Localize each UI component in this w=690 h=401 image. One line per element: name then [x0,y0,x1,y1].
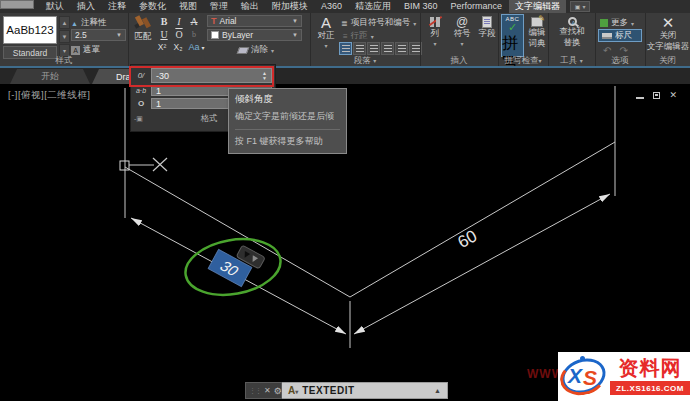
bold-button[interactable]: B [157,15,171,27]
style-gallery-up-icon[interactable]: ▲ [59,16,70,29]
justify-label: 对正 [318,31,335,41]
watermark-logo: X S 资料网 ZL.XS1616.COM [558,352,690,401]
minimize-icon[interactable] [636,97,644,99]
width-factor-value: 1 [156,99,161,109]
close-icon[interactable]: ✕ [669,91,677,100]
italic-button[interactable]: I [172,15,186,27]
symbol-label: 符号 [454,29,471,39]
tools-group-label[interactable]: 工具 ▾ [548,54,595,66]
color-combo[interactable]: ByLayer ▼ [207,29,302,41]
ruler-toggle-button[interactable]: 标尺 [598,29,642,42]
columns-label: 列 [431,29,440,39]
clear-formatting-button[interactable]: 清除 ▾ [238,44,274,56]
object-line-right [350,142,615,297]
command-dock-controls: ⋮⋮ ✕ ⚙ [245,382,282,399]
ribbon-tab-parametric[interactable]: 参数化 [133,0,172,13]
text-height-combo[interactable]: 2.5 ▼ [71,29,126,41]
ribbon-tab-bim360[interactable]: BIM 360 [398,0,444,13]
paragraph-group-label[interactable]: 段落 ▾ [310,54,420,66]
stack-button[interactable]: b [187,28,201,40]
ribbon-tab-view[interactable]: 视图 [173,0,203,13]
chevron-down-icon: ▾ [324,42,327,49]
dimension-text-60[interactable]: 60 [455,226,481,252]
underline-button[interactable]: U [157,28,171,40]
align-distribute-icon [398,45,406,52]
contextual-panel-icon[interactable]: ▣▾ [570,1,590,12]
window-chrome-fragment [0,0,34,9]
brush-icon [134,15,152,31]
font-combo[interactable]: T Arial ▼ [207,15,302,27]
pin-icon[interactable]: -▣ [134,115,146,123]
ribbon-tab-manage[interactable]: 管理 [204,0,234,13]
align-right-icon [370,45,378,52]
columns-button[interactable]: 列 ▾ [424,16,446,47]
style-gallery-down-icon[interactable]: ▼ [59,30,70,43]
find-replace-button[interactable]: A 查找和 替换 [553,17,591,48]
chevron-down-icon: ▾ [371,33,374,40]
chevron-down-icon: ▾ [460,40,463,47]
line-spacing-button[interactable]: ≡ 行距 ▾ [343,30,374,42]
customize-gear-icon[interactable]: ⚙ [274,386,282,396]
oblique-angle-value: -30 [156,71,169,81]
ribbon-tab-a360[interactable]: A360 [315,0,348,13]
at-symbol-icon: @ [456,16,468,28]
color-name: ByLayer [222,30,253,40]
restore-icon[interactable] [653,92,660,99]
ribbon-tab-home[interactable]: 默认 [40,0,70,13]
subscript-button[interactable]: X₂ [171,41,185,53]
edit-dictionaries-button[interactable]: 编辑 词典 [527,17,547,49]
close-text-editor-button[interactable]: ✕ 关闭 文字编辑器 [648,15,688,52]
command-input-area[interactable]: A▾ TEXTEDIT ▲ [282,382,448,399]
expand-history-icon[interactable]: ▲ [434,387,441,394]
bullets-numbering-button[interactable]: ≣ 项目符号和编号 ▾ [341,17,416,29]
ruler-label: 标尺 [615,30,632,42]
ribbon-tab-featured-apps[interactable]: 精选应用 [349,0,397,13]
ribbon-tab-insert[interactable]: 插入 [71,0,101,13]
ribbon-tab-text-editor[interactable]: 文字编辑器 [509,0,566,13]
viewport-controls-label[interactable]: [-][俯视][二维线框] [8,89,91,102]
dict-label-2: 词典 [529,39,546,49]
spell-group-label[interactable]: 拼写检查▾ [498,54,548,66]
watermark-url: ZL.XS1616.COM [610,381,690,395]
find-label-2: 替换 [564,38,581,48]
active-command-text: TEXTEDIT [302,385,354,396]
grip-dots-icon[interactable]: ⋮⋮ [249,387,261,395]
strikethrough-button[interactable]: A [187,15,201,27]
case-chevron-icon[interactable]: ▾ [199,41,207,53]
tracking-value: 1 [156,86,161,96]
oblique-angle-input[interactable]: -30 ▲▼ [151,68,272,83]
spell-check-button[interactable]: ABC ✓ 拼写 检查 [501,14,524,57]
clear-label: 清除 [251,44,268,56]
more-button[interactable]: 更多 ▾ [600,17,634,29]
close-label-2: 文字编辑器 [647,42,690,52]
annotative-toggle[interactable]: ▲ 注释性 [71,17,106,29]
ribbon-tab-performance[interactable]: Performance [445,0,509,13]
justify-button[interactable]: A 对正 ▾ [313,15,339,49]
chevron-down-icon: ▼ [116,32,122,38]
dictionary-icon [531,17,543,27]
ribbon-tab-output[interactable]: 输出 [235,0,265,13]
match-properties-button[interactable]: 匹配 [130,15,156,42]
field-label: 字段 [479,29,496,39]
dimension-line-right[interactable] [354,194,610,334]
align-center-icon [356,45,364,52]
oblique-angle-tooltip: 倾斜角度 确定文字是前倾还是后倾 按 F1 键获得更多帮助 [228,88,347,154]
watermark-site-name: 资料网 [619,357,682,379]
bullets-label: 项目符号和编号 [351,17,411,29]
overline-button[interactable]: O [172,28,186,40]
chevron-down-icon: ▾ [631,20,634,27]
superscript-button[interactable]: X² [155,41,169,53]
close-command-icon[interactable]: ✕ [264,386,271,395]
text-style-preview[interactable]: AaBb123 [3,16,57,44]
tooltip-help: 按 F1 键获得更多帮助 [235,129,340,148]
spinner-arrows-icon[interactable]: ▲▼ [262,71,267,81]
symbol-button[interactable]: @ 符号 ▾ [450,16,474,47]
file-tab-start[interactable]: 开始 [10,69,90,84]
field-button[interactable]: 字段 [476,16,498,39]
tracking-icon: a·b [134,87,148,94]
ribbon-tab-addins[interactable]: 附加模块 [266,0,314,13]
magnifier-a-icon: A [572,20,576,26]
ribbon-tab-annotate[interactable]: 注释 [102,0,132,13]
align-extra-icon [412,45,420,52]
align-justify-icon [384,45,392,52]
